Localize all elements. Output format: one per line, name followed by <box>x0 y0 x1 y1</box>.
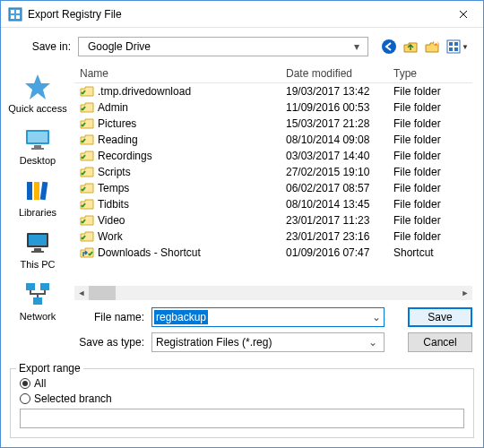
folder-icon <box>80 133 94 147</box>
list-item[interactable]: Scripts27/02/2015 19:10File folder <box>74 164 472 180</box>
radio-selected-label: Selected branch <box>34 392 112 405</box>
col-name[interactable]: Name <box>74 67 281 80</box>
svg-rect-25 <box>26 283 35 290</box>
svg-rect-10 <box>454 42 458 46</box>
file-type: File folder <box>388 182 451 194</box>
place-quick-access[interactable]: Quick access <box>5 69 70 119</box>
file-date: 01/09/2016 07:47 <box>281 246 388 259</box>
close-icon <box>459 10 468 19</box>
svg-rect-1 <box>11 10 14 13</box>
h-scrollbar[interactable]: ◄ ► <box>74 286 472 300</box>
list-item[interactable]: .tmp.drivedownload19/03/2017 13:42File f… <box>74 83 472 99</box>
list-header[interactable]: Name Date modified Type <box>74 64 472 83</box>
selected-branch-input[interactable] <box>20 409 464 428</box>
file-date: 19/03/2017 13:42 <box>281 85 388 98</box>
svg-rect-19 <box>34 182 39 200</box>
list-item[interactable]: Downloads - Shortcut01/09/2016 07:47Shor… <box>74 245 472 261</box>
export-range-legend: Export range <box>16 362 83 375</box>
svg-rect-27 <box>33 297 42 305</box>
scroll-right-icon[interactable]: ► <box>458 286 472 300</box>
list-item[interactable]: Video23/01/2017 11:23File folder <box>74 212 472 228</box>
file-date: 08/10/2014 09:08 <box>281 134 388 146</box>
savetype-combo[interactable]: Registration Files (*.reg) ⌄ <box>151 332 385 352</box>
file-date: 23/01/2017 23:16 <box>281 230 388 243</box>
file-type: File folder <box>388 101 451 114</box>
up-one-level-button[interactable] <box>402 39 419 55</box>
svg-marker-13 <box>25 74 50 99</box>
savetype-value: Registration Files (*.reg) <box>156 336 272 349</box>
savetype-row: Save as type: Registration Files (*.reg)… <box>74 332 472 352</box>
file-name: Recordings <box>98 150 152 162</box>
list-item[interactable]: Work23/01/2017 23:16File folder <box>74 228 472 245</box>
file-name: Pictures <box>98 117 136 130</box>
export-registry-dialog: Export Registry File Save in: Google Dri… <box>0 0 484 448</box>
scroll-left-icon[interactable]: ◄ <box>74 286 89 300</box>
back-button[interactable] <box>381 39 397 55</box>
svg-rect-18 <box>27 182 32 200</box>
file-date: 03/03/2017 14:40 <box>281 150 388 162</box>
list-item[interactable]: Reading08/10/2014 09:08File folder <box>74 132 472 148</box>
file-date: 06/02/2017 08:57 <box>281 182 388 194</box>
file-date: 15/03/2017 21:28 <box>281 117 388 130</box>
place-network[interactable]: Network <box>5 277 70 327</box>
list-item[interactable]: Temps06/02/2017 08:57File folder <box>74 180 472 196</box>
folder-icon <box>80 165 94 179</box>
col-type[interactable]: Type <box>388 67 451 80</box>
list-item[interactable]: Tidbits08/10/2014 13:45File folder <box>74 196 472 212</box>
list-item[interactable]: Recordings03/03/2017 14:40File folder <box>74 148 472 164</box>
right-pane: Name Date modified Type .tmp.drivedownlo… <box>74 64 483 365</box>
file-type: File folder <box>388 150 451 162</box>
svg-rect-16 <box>34 145 41 148</box>
place-desktop[interactable]: Desktop <box>5 121 70 171</box>
cancel-button[interactable]: Cancel <box>408 332 472 352</box>
radio-selected-branch[interactable] <box>20 393 30 404</box>
svg-rect-12 <box>454 47 458 51</box>
file-date: 27/02/2015 19:10 <box>281 166 388 178</box>
close-button[interactable] <box>444 1 483 28</box>
place-this-pc[interactable]: This PC <box>5 225 70 275</box>
titlebar-text: Export Registry File <box>28 8 444 21</box>
save-in-combo[interactable]: Google Drive ▾ <box>78 37 368 56</box>
file-name: Reading <box>98 134 138 146</box>
file-name: .tmp.drivedownload <box>98 85 191 98</box>
file-listview[interactable]: Name Date modified Type .tmp.drivedownlo… <box>74 64 472 300</box>
svg-rect-20 <box>40 182 48 201</box>
desktop-icon <box>23 125 52 153</box>
radio-all[interactable] <box>20 378 30 389</box>
filename-label: File name: <box>74 311 144 323</box>
svg-rect-22 <box>29 235 47 246</box>
col-date[interactable]: Date modified <box>281 67 388 80</box>
save-button[interactable]: Save <box>408 307 472 327</box>
file-type: File folder <box>388 134 451 146</box>
scroll-thumb[interactable] <box>89 286 116 300</box>
folder-icon <box>80 100 94 115</box>
radio-all-row[interactable]: All <box>20 377 464 390</box>
nav-toolbar: ★ ▼ <box>381 39 471 55</box>
folder-icon <box>80 229 94 244</box>
folder-icon <box>80 149 94 163</box>
list-item[interactable]: Pictures15/03/2017 21:28File folder <box>74 116 472 132</box>
radio-all-label: All <box>34 377 46 390</box>
filename-row: File name: regbackup ⌄ Save <box>74 307 472 327</box>
svg-rect-4 <box>16 15 20 19</box>
file-type: Shortcut <box>388 246 451 259</box>
file-name: Scripts <box>98 166 131 178</box>
place-libraries[interactable]: Libraries <box>5 173 70 223</box>
file-name: Tidbits <box>98 198 129 211</box>
quick-access-icon <box>23 73 52 101</box>
list-item[interactable]: Admin11/09/2016 00:53File folder <box>74 99 472 116</box>
file-date: 08/10/2014 13:45 <box>281 198 388 211</box>
views-menu-button[interactable]: ▼ <box>445 39 471 55</box>
this-pc-icon <box>23 228 52 257</box>
folder-icon <box>80 213 94 228</box>
save-in-value: Google Drive <box>88 40 151 53</box>
radio-selected-row[interactable]: Selected branch <box>20 392 464 405</box>
body: Quick access Desktop Libraries This PC N… <box>1 64 483 365</box>
new-folder-button[interactable]: ★ <box>424 39 440 55</box>
filename-input[interactable]: regbackup ⌄ <box>151 307 385 327</box>
chevron-down-icon[interactable]: ⌄ <box>369 311 384 323</box>
titlebar: Export Registry File <box>1 1 483 28</box>
file-name: Temps <box>98 182 129 194</box>
scroll-track[interactable] <box>89 286 458 300</box>
file-type: File folder <box>388 117 451 130</box>
